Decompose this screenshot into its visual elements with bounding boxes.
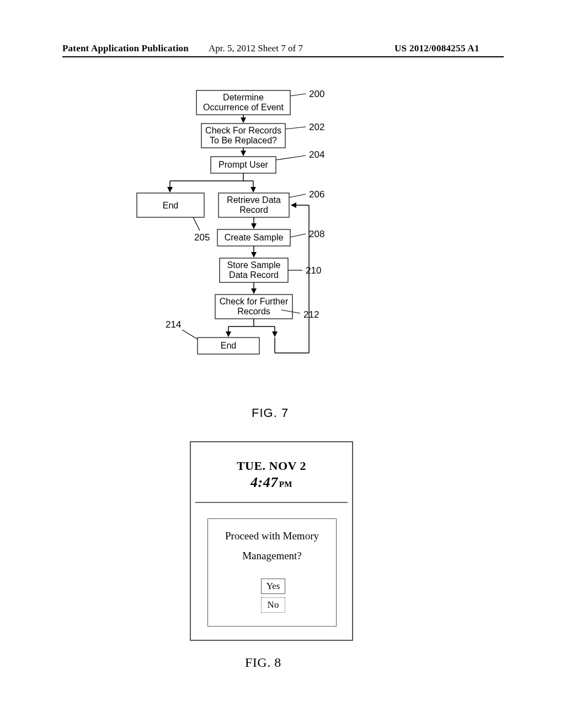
svg-text:End: End: [163, 201, 178, 210]
ref-202: 202: [309, 122, 324, 132]
box-206: Retrieve Data Record: [218, 193, 289, 217]
svg-text:End: End: [221, 341, 236, 350]
box-210: Store Sample Data Record: [220, 258, 288, 282]
svg-line-20: [193, 217, 200, 231]
box-212: Check for Further Records: [215, 295, 292, 319]
svg-text:Record: Record: [239, 205, 268, 215]
ref-200: 200: [309, 89, 324, 99]
prompt-line2: Management?: [208, 550, 336, 562]
svg-text:Prompt User: Prompt User: [218, 160, 268, 169]
yes-button[interactable]: Yes: [261, 579, 285, 594]
svg-line-38: [281, 310, 300, 313]
time-ampm: PM: [279, 480, 292, 489]
svg-line-28: [290, 234, 306, 237]
box-200: Determine Occurrence of Event: [196, 90, 290, 115]
svg-text:To Be Replaced?: To Be Replaced?: [210, 136, 277, 145]
prompt-line1: Proceed with Memory: [208, 530, 336, 542]
svg-text:Check For Records: Check For Records: [205, 126, 281, 135]
figure-8-caption: FIG. 8: [245, 655, 281, 670]
svg-text:Data Record: Data Record: [229, 270, 279, 280]
svg-line-24: [289, 194, 306, 197]
box-205-end: End: [137, 193, 204, 217]
svg-text:Store Sample: Store Sample: [227, 260, 281, 270]
ref-210: 210: [306, 265, 321, 276]
date-text: TUE. NOV 2: [191, 459, 352, 473]
svg-text:Determine: Determine: [223, 93, 264, 102]
svg-text:Create Sample: Create Sample: [225, 233, 284, 242]
prompt-dialog: Proceed with Memory Management? Yes No: [207, 518, 337, 627]
box-208: Create Sample: [217, 229, 290, 246]
ref-205: 205: [194, 232, 210, 243]
figure-8-screen: TUE. NOV 2 4:47PM Proceed with Memory Ma…: [190, 441, 353, 641]
ref-204: 204: [309, 149, 324, 160]
svg-line-12: [276, 156, 306, 160]
ref-208: 208: [309, 229, 324, 239]
ref-206: 206: [309, 189, 324, 200]
divider: [195, 502, 348, 503]
svg-line-3: [290, 94, 306, 96]
figure-7-flowchart: Determine Occurrence of Event 200 Check …: [0, 0, 565, 430]
no-button[interactable]: No: [261, 597, 285, 613]
box-214-end: End: [198, 338, 259, 354]
box-204: Prompt User: [211, 157, 276, 173]
time-value: 4:47: [250, 474, 278, 490]
box-202: Check For Records To Be Replaced?: [201, 124, 285, 148]
svg-line-8: [285, 127, 306, 129]
svg-text:Occurrence of Event: Occurrence of Event: [203, 103, 284, 112]
svg-text:Records: Records: [237, 307, 270, 316]
svg-text:Retrieve Data: Retrieve Data: [227, 195, 281, 205]
svg-line-50: [182, 330, 198, 339]
figure-7-caption: FIG. 7: [252, 406, 289, 420]
ref-212: 212: [303, 309, 319, 320]
svg-text:Check for Further: Check for Further: [220, 297, 289, 306]
ref-214: 214: [166, 319, 181, 330]
time-text: 4:47PM: [191, 474, 352, 491]
